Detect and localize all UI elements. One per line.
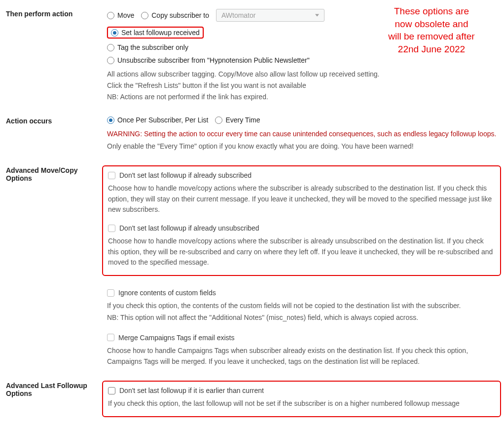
highlight-adv-follow: Don't set last followup if it is earlier… xyxy=(102,381,501,417)
adv-follow-help: If you check this option, the last follo… xyxy=(108,398,495,409)
c3-help1: If you check this option, the contents o… xyxy=(107,301,498,312)
destination-list-select[interactable]: AWtomator xyxy=(216,9,324,22)
adv-move-label-l1: Advanced Move/Copy xyxy=(6,166,77,174)
radio-move-label: Move xyxy=(117,11,134,19)
action-help-2: Click the "Refresh Lists" button if the … xyxy=(107,80,498,91)
checkbox-no-followup-subscribed[interactable] xyxy=(108,172,115,179)
action-help-1: All actions allow subscriber tagging. Co… xyxy=(107,69,498,79)
radio-once[interactable] xyxy=(107,117,114,124)
adv-follow-label-l2: Options xyxy=(6,390,32,397)
occurs-note: Only enable the "Every Time" option if y… xyxy=(107,141,498,152)
adv-move-label-l2: Options xyxy=(6,174,32,182)
radio-unsubscribe[interactable] xyxy=(107,57,114,64)
action-section-label: Then perform action xyxy=(6,9,107,102)
c2-help: Choose how to handle move/copy actions w… xyxy=(108,236,495,268)
annot-line: now obsolete and xyxy=(395,19,468,29)
occurs-warning: WARNING: Setting the action to occur eve… xyxy=(107,129,498,139)
checkbox-ignore-custom-fields[interactable] xyxy=(107,289,114,297)
adv-move-section-label: Advanced Move/Copy Options xyxy=(6,165,107,367)
annot-line: will be removed after xyxy=(388,31,474,41)
adv-follow-section-label: Advanced Last Followup Options xyxy=(6,381,107,417)
radio-tag-only[interactable] xyxy=(107,44,114,51)
action-help-3: NB: Actions are not performed if the lin… xyxy=(107,92,498,102)
obsolete-annotation: These options are now obsolete and will … xyxy=(370,5,493,56)
occurs-section-label: Action occurs xyxy=(6,116,107,152)
radio-set-followup-label: Set last followup received xyxy=(121,29,200,37)
checkbox-earlier-than-current[interactable] xyxy=(108,387,115,394)
highlight-adv-move: Don't set last followup if already subsc… xyxy=(102,165,501,276)
radio-set-followup[interactable] xyxy=(111,29,118,37)
c4-help: Choose how to handle Campaigns Tags when… xyxy=(107,346,498,367)
c3-help2: NB: This option will not affect the "Add… xyxy=(107,313,498,323)
checkbox-no-followup-unsubscribed[interactable] xyxy=(108,225,115,232)
radio-move[interactable] xyxy=(107,12,114,19)
checkbox-no-followup-unsubscribed-label: Don't set last followup if already unsub… xyxy=(119,224,259,232)
radio-copy-label: Copy subscriber to xyxy=(151,11,209,19)
annot-line: These options are xyxy=(394,6,469,16)
adv-follow-label-l1: Advanced Last Followup xyxy=(6,382,87,390)
radio-tag-only-label: Tag the subscriber only xyxy=(117,43,188,51)
radio-every-label: Every Time xyxy=(225,116,260,124)
checkbox-ignore-custom-fields-label: Ignore contents of custom fields xyxy=(118,289,216,297)
checkbox-merge-tags[interactable] xyxy=(107,334,114,341)
annot-line: 22nd June 2022 xyxy=(398,44,465,54)
radio-once-label: Once Per Subscriber, Per List xyxy=(117,116,208,124)
destination-list-value: AWtomator xyxy=(221,11,256,19)
checkbox-no-followup-subscribed-label: Don't set last followup if already subsc… xyxy=(119,171,252,179)
checkbox-earlier-than-current-label: Don't set last followup if it is earlier… xyxy=(119,387,264,394)
c1-help: Choose how to handle move/copy actions w… xyxy=(108,183,495,215)
radio-copy[interactable] xyxy=(141,12,148,19)
radio-unsubscribe-label: Unsubscribe subscriber from "Hypnotensio… xyxy=(117,56,310,64)
radio-every[interactable] xyxy=(215,117,222,124)
checkbox-merge-tags-label: Merge Campaigns Tags if email exists xyxy=(118,334,235,342)
highlight-set-followup: Set last followup received xyxy=(107,27,204,39)
